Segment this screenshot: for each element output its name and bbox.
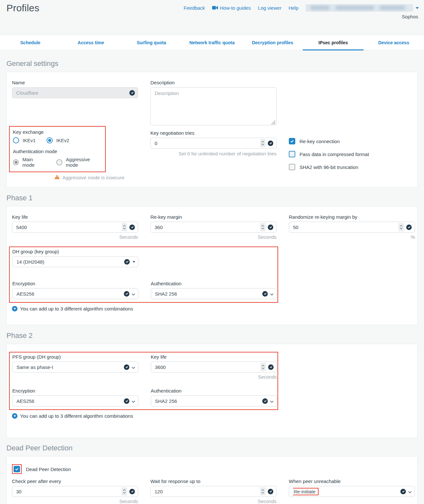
- chevron-down-icon[interactable]: [270, 398, 274, 404]
- peer-unreachable-select[interactable]: Re-initiate: [289, 486, 415, 497]
- valid-check-icon: [262, 291, 268, 297]
- chevron-down-icon[interactable]: [132, 398, 135, 404]
- aggressive-mode-warning: Aggressive mode is insecure: [54, 174, 138, 180]
- feedback-link[interactable]: Feedback: [184, 5, 205, 11]
- pfs-group-select[interactable]: Same as phase-I: [12, 362, 138, 373]
- active-tab-underline: [303, 49, 363, 50]
- number-stepper[interactable]: [260, 139, 266, 147]
- radio-ikev2[interactable]: IKEv2: [47, 137, 69, 143]
- account-selector-redacted[interactable]: [306, 4, 413, 12]
- add-icon[interactable]: +: [12, 413, 17, 419]
- dpd-enable-checkbox[interactable]: Dead Peer Detection: [12, 464, 412, 474]
- authentication-select[interactable]: SHA2 256: [151, 288, 277, 299]
- radio-ikev1[interactable]: IKEv1: [13, 137, 36, 143]
- add-icon[interactable]: +: [12, 306, 17, 311]
- check-peer-field[interactable]: [12, 486, 138, 497]
- compressed-format-checkbox[interactable]: Pass data in compressed format: [289, 151, 415, 157]
- key-negotiation-input[interactable]: [155, 141, 258, 146]
- key-life-input[interactable]: [16, 225, 119, 230]
- dh-group-label: DH group (key group): [12, 249, 138, 254]
- radio-icon[interactable]: [13, 137, 19, 143]
- number-stepper[interactable]: [122, 223, 127, 231]
- check-peer-input[interactable]: [16, 489, 119, 494]
- description-textarea[interactable]: [150, 87, 277, 125]
- phase2-encryption-select[interactable]: AES256: [12, 395, 138, 406]
- radio-selected-icon[interactable]: [47, 137, 53, 143]
- number-stepper[interactable]: [260, 223, 266, 231]
- phase2-authentication-label: Authentication: [151, 388, 277, 394]
- rekey-margin-field[interactable]: [150, 222, 277, 233]
- phase1-heading: Phase 1: [6, 194, 418, 202]
- number-stepper[interactable]: [398, 223, 404, 231]
- log-viewer-link[interactable]: Log viewer: [258, 5, 282, 11]
- rekey-margin-label: Re-key margin: [150, 214, 277, 220]
- add-combination-note: + You can add up to 3 different algorith…: [12, 413, 412, 419]
- check-peer-label: Check peer after every: [12, 478, 138, 484]
- tab-ipsec-profiles[interactable]: IPsec profiles: [303, 35, 363, 50]
- dropdown-arrow-icon[interactable]: [133, 261, 135, 263]
- number-stepper[interactable]: [260, 487, 266, 496]
- sha2-truncation-checkbox[interactable]: SHA2 with 96-bit truncation: [289, 164, 415, 170]
- valid-check-icon: [124, 259, 130, 265]
- key-life-unit: Seconds: [12, 234, 138, 240]
- chevron-down-icon[interactable]: [132, 291, 135, 297]
- tab-access-time[interactable]: Access time: [60, 35, 121, 50]
- randomize-margin-field[interactable]: [289, 222, 415, 233]
- tab-network-traffic-quota[interactable]: Network traffic quota: [182, 35, 242, 50]
- valid-check-icon: [262, 398, 268, 404]
- chevron-down-icon[interactable]: [270, 291, 274, 297]
- tab-device-access[interactable]: Device access: [364, 35, 424, 50]
- dpd-heading: Dead Peer Detection: [6, 444, 418, 452]
- phase2-key-life-unit: Seconds: [151, 374, 277, 380]
- chevron-down-icon[interactable]: [416, 7, 419, 9]
- phase2-key-life-input[interactable]: [155, 364, 258, 370]
- rekey-connection-checkbox[interactable]: Re-key connection: [289, 138, 415, 144]
- general-settings-heading: General settings: [6, 59, 418, 68]
- radio-aggressive-mode[interactable]: Aggressive mode: [56, 157, 102, 168]
- encryption-label: Encryption: [12, 281, 138, 286]
- dh-group-select[interactable]: 14 (DH2048): [12, 256, 138, 267]
- name-input: [16, 90, 127, 96]
- valid-check-icon: [124, 398, 129, 404]
- key-negotiation-field[interactable]: [150, 138, 277, 149]
- encryption-select[interactable]: AES256: [12, 288, 138, 299]
- warning-triangle-icon: [54, 174, 60, 180]
- randomize-margin-input[interactable]: [293, 225, 396, 230]
- tab-schedule[interactable]: Schedule: [0, 35, 60, 50]
- checkbox-checked-icon[interactable]: [289, 138, 295, 144]
- howto-guides-link[interactable]: How-to guides: [212, 5, 251, 11]
- radio-disabled-icon: [56, 159, 62, 165]
- phase1-section: Phase 1 Key life Seconds Re-key margin: [6, 194, 418, 325]
- valid-check-icon: [129, 90, 135, 96]
- page-header: Profiles Feedback How-to guides Log view…: [0, 0, 424, 35]
- phase2-key-life-field[interactable]: [151, 362, 277, 373]
- tab-decryption-profiles[interactable]: Decryption profiles: [242, 35, 303, 50]
- check-peer-unit: Seconds: [12, 499, 138, 504]
- rekey-margin-unit: Seconds: [150, 234, 277, 240]
- chevron-down-icon[interactable]: [132, 364, 135, 370]
- page-title: Profiles: [6, 3, 39, 14]
- key-life-field[interactable]: [12, 222, 138, 233]
- help-link[interactable]: Help: [288, 5, 299, 11]
- phase2-authentication-select[interactable]: SHA2 256: [151, 395, 277, 406]
- valid-check-icon: [400, 489, 406, 494]
- name-label: Name: [12, 80, 138, 85]
- number-stepper[interactable]: [122, 487, 127, 496]
- chevron-down-icon[interactable]: [408, 489, 412, 494]
- checkbox-unchecked-icon[interactable]: [289, 151, 295, 157]
- wait-response-input[interactable]: [155, 489, 258, 494]
- dpd-section: Dead Peer Detection Dead Peer Detection …: [6, 444, 418, 504]
- wait-response-field[interactable]: [150, 486, 277, 497]
- checkbox-checked-icon[interactable]: [14, 466, 20, 472]
- name-field: [12, 87, 138, 98]
- checkbox-disabled-icon[interactable]: [289, 164, 295, 170]
- rekey-margin-input[interactable]: [155, 225, 258, 230]
- brand-label: Sophos: [402, 14, 418, 19]
- valid-check-icon: [124, 291, 129, 297]
- number-stepper[interactable]: [260, 363, 266, 371]
- tab-surfing-quota[interactable]: Surfing quota: [121, 35, 182, 50]
- randomize-margin-unit: %: [289, 234, 415, 240]
- phase2-section: Phase 2 PFS group (DH group) Same as pha…: [6, 331, 418, 438]
- radio-main-mode[interactable]: Main mode: [13, 157, 45, 168]
- valid-check-icon: [268, 225, 273, 230]
